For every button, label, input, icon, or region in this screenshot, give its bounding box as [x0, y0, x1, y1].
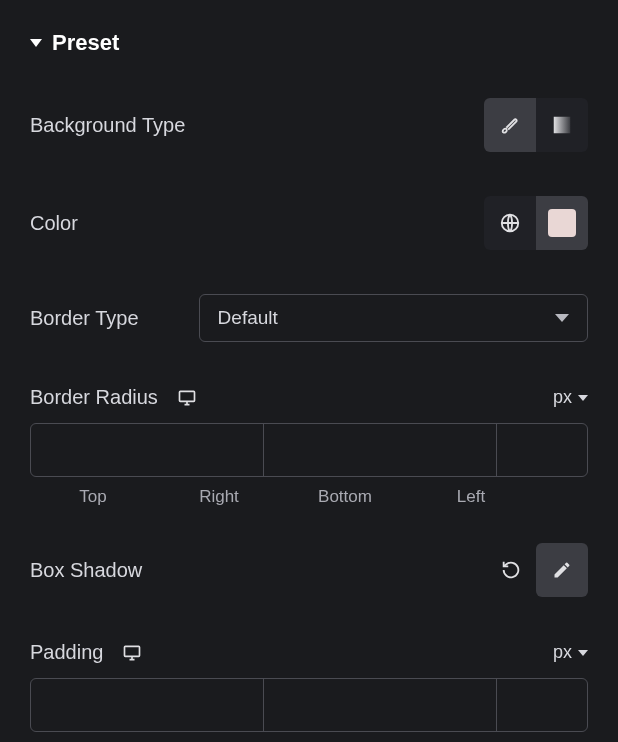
pencil-icon — [552, 560, 572, 580]
border-radius-top-input[interactable] — [31, 424, 264, 476]
background-type-row: Background Type — [30, 98, 588, 152]
box-shadow-edit-button[interactable] — [536, 543, 588, 597]
border-radius-label: Border Radius — [30, 386, 158, 409]
color-global-button[interactable] — [484, 196, 536, 250]
padding-unit-toggle[interactable]: px — [553, 642, 588, 663]
side-label-top: Top — [30, 487, 156, 507]
padding-bottom-input[interactable] — [497, 679, 588, 731]
preset-section-header[interactable]: Preset — [30, 30, 588, 56]
box-shadow-label: Box Shadow — [30, 559, 142, 582]
border-radius-right-input[interactable] — [264, 424, 497, 476]
border-radius-unit-toggle[interactable]: px — [553, 387, 588, 408]
color-label: Color — [30, 212, 78, 235]
background-classic-button[interactable] — [484, 98, 536, 152]
padding-label: Padding — [30, 641, 103, 664]
svg-rect-2 — [179, 391, 194, 401]
padding-top-input[interactable] — [31, 679, 264, 731]
color-swatch-button[interactable] — [536, 196, 588, 250]
border-radius-row: Border Radius px — [30, 386, 588, 409]
padding-right-input[interactable] — [264, 679, 497, 731]
undo-icon — [500, 559, 522, 581]
side-label-right: Right — [156, 487, 282, 507]
background-gradient-button[interactable] — [536, 98, 588, 152]
background-type-label: Background Type — [30, 114, 185, 137]
border-radius-side-labels: Top Right Bottom Left — [30, 487, 588, 507]
chevron-down-icon — [578, 650, 588, 656]
box-shadow-reset-button[interactable] — [500, 559, 522, 581]
chevron-down-icon — [555, 314, 569, 322]
border-radius-inputs — [30, 423, 588, 477]
side-label-left: Left — [408, 487, 534, 507]
brush-icon — [499, 114, 521, 136]
border-radius-bottom-input[interactable] — [497, 424, 588, 476]
padding-unit: px — [553, 642, 572, 663]
border-type-label: Border Type — [30, 307, 139, 330]
desktop-icon[interactable] — [176, 388, 198, 408]
box-shadow-row: Box Shadow — [30, 543, 588, 597]
border-type-select[interactable]: Default — [199, 294, 588, 342]
svg-rect-3 — [125, 646, 140, 656]
color-row: Color — [30, 196, 588, 250]
section-title: Preset — [52, 30, 119, 56]
border-type-value: Default — [218, 307, 278, 329]
chevron-down-icon — [578, 395, 588, 401]
padding-inputs — [30, 678, 588, 732]
gradient-icon — [551, 114, 573, 136]
border-type-row: Border Type Default — [30, 294, 588, 342]
border-radius-unit: px — [553, 387, 572, 408]
svg-rect-0 — [554, 117, 571, 134]
padding-row: Padding px — [30, 641, 588, 664]
side-label-bottom: Bottom — [282, 487, 408, 507]
color-swatch — [548, 209, 576, 237]
desktop-icon[interactable] — [121, 643, 143, 663]
caret-down-icon — [30, 39, 42, 47]
globe-icon — [499, 212, 521, 234]
color-group — [484, 196, 588, 250]
background-type-group — [484, 98, 588, 152]
